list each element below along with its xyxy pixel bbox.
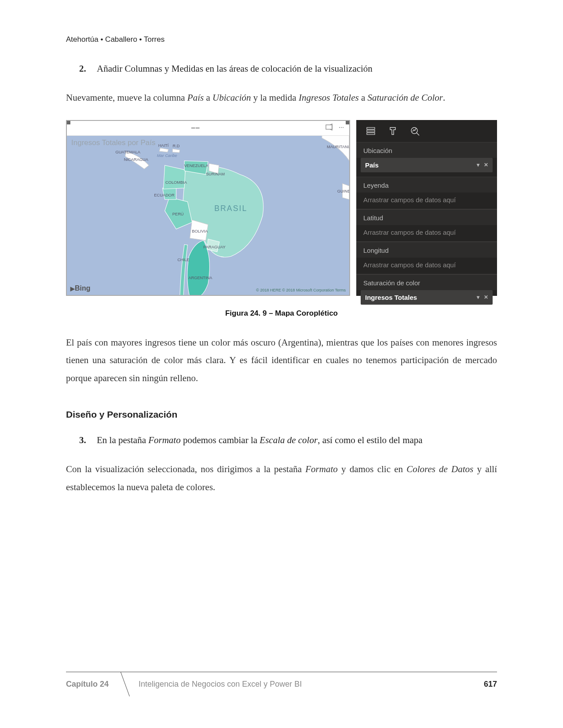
label-ecuador: ECUADOR (154, 193, 175, 197)
well-label-longitud: Longitud (356, 242, 497, 258)
resize-handle-tr[interactable] (346, 120, 350, 124)
label-peru: PERÚ (172, 212, 184, 216)
footer-page-number: 617 (484, 680, 497, 689)
text: Nuevamente, mueve la columna (66, 92, 187, 103)
label-surinam: SURINAM (206, 171, 225, 176)
step-text: En la pestaña Formato podemos cambiar la… (97, 433, 423, 448)
label-brasil: BRASIL (214, 204, 247, 212)
header-authors: Atehortúa • Caballero • Torres (66, 35, 497, 44)
ui-tab-formato: Formato (305, 464, 338, 474)
label-guatemala: GUATEMALA (115, 150, 140, 154)
drop-placeholder-longitud[interactable]: Arrastrar campos de datos aquí (356, 258, 497, 274)
text: a (206, 92, 212, 103)
well-label-latitud: Latitud (356, 209, 497, 225)
well-label-leyenda: Leyenda (356, 177, 497, 193)
step-number: 3. (79, 433, 90, 448)
bing-logo: ▶Bing (70, 284, 91, 292)
powerbi-field-wells-panel: Ubicación País ▾ ✕ Leyenda Arrastrar cam… (356, 120, 497, 296)
label-venezuela: VENEZUELA (184, 164, 208, 168)
page: Atehortúa • Caballero • Torres 2. Añadir… (0, 0, 563, 728)
resize-handle-tl[interactable] (66, 120, 70, 124)
label-argentina: ARGENTINA (188, 275, 212, 280)
ui-escala-color: Escala de color (260, 435, 318, 445)
text: a (361, 92, 368, 103)
step-text: Añadir Columnas y Medidas en las áreas d… (97, 62, 373, 76)
label-colombia: COLOMBIA (165, 180, 187, 184)
drop-placeholder-latitud[interactable]: Arrastrar campos de datos aquí (356, 225, 497, 242)
footer-chapter: Capítulo 24 (66, 672, 121, 696)
chevron-down-icon[interactable]: ▾ (477, 162, 479, 168)
label-paraguay: PARAGUAY (203, 244, 225, 249)
label-chile: CHILE (177, 257, 189, 262)
field-saturacion: Saturación de Color (367, 92, 443, 103)
panel-tabs (356, 123, 497, 142)
figure-caption: Figura 24. 9 – Mapa Coroplético (66, 309, 497, 318)
focus-mode-icon[interactable] (325, 124, 333, 132)
drag-handle[interactable]: ━━ (72, 124, 319, 132)
field-pais: País (187, 92, 204, 103)
label-nicaragua: NICARAGUA (124, 157, 149, 161)
text: podemos cambiar la (183, 435, 260, 445)
step-2: 2. Añadir Columnas y Medidas en las área… (79, 62, 497, 76)
text: Con la visualización seleccionada, nos d… (66, 464, 305, 474)
label-mauritania: MAURITANIA (327, 144, 349, 149)
chevron-down-icon[interactable]: ▾ (477, 294, 479, 300)
page-footer: Capítulo 24 Inteligencia de Negocios con… (66, 672, 497, 696)
label-haiti: HAITÍ (158, 143, 169, 147)
paragraph-2: El país con mayores ingresos tiene un co… (66, 334, 497, 388)
remove-field-icon[interactable]: ✕ (484, 162, 488, 168)
visual-header: ━━ ··· (67, 121, 349, 136)
paragraph-1: Nuevamente, mueve la columna País a Ubic… (66, 89, 497, 107)
well-label-ubicacion: Ubicación (356, 142, 497, 158)
text: y la medida (253, 92, 299, 103)
map-canvas[interactable]: BRASIL VENEZUELA COLOMBIA ECUADOR PERÚ B… (67, 136, 349, 295)
pill-label: País (365, 161, 379, 169)
label-guinea: GUINEA (337, 189, 349, 193)
remove-field-icon[interactable]: ✕ (484, 294, 488, 300)
text: . (443, 92, 445, 103)
section-heading: Diseño y Personalización (66, 409, 497, 420)
map-attribution: © 2018 HERE © 2018 Microsoft Corporation… (256, 288, 346, 292)
field-ingresos: Ingresos Totales (299, 92, 359, 103)
ui-tab-formato: Formato (148, 435, 181, 445)
analytics-tab-icon[interactable] (410, 126, 420, 136)
text: , así como el estilo del mapa (318, 435, 423, 445)
text: y damos clic en (341, 464, 406, 474)
visual-title: Ingresos Totales por País (71, 138, 156, 147)
svg-rect-2 (367, 127, 375, 129)
paragraph-3: Con la visualización seleccionada, nos d… (66, 460, 497, 496)
svg-rect-4 (367, 133, 375, 135)
powerbi-figure: ━━ ··· (66, 120, 497, 296)
well-label-saturacion: Saturación de color (356, 274, 497, 290)
ui-colores-datos: Colores de Datos (406, 464, 473, 474)
powerbi-map-visual[interactable]: ━━ ··· (66, 120, 350, 296)
more-options-icon[interactable]: ··· (339, 124, 344, 132)
format-tab-icon[interactable] (388, 126, 398, 136)
footer-book-title: Inteligencia de Negocios con Excel y Pow… (121, 680, 484, 689)
svg-rect-0 (326, 125, 332, 129)
label-bolivia: BOLIVIA (192, 229, 208, 233)
label-rd: R.D (173, 143, 180, 148)
field-ubicacion: Ubicación (212, 92, 251, 103)
field-pill-pais[interactable]: País ▾ ✕ (361, 158, 493, 172)
svg-rect-3 (367, 130, 375, 132)
svg-line-6 (417, 133, 419, 135)
text: En la pestaña (97, 435, 148, 445)
fields-tab-icon[interactable] (366, 126, 376, 136)
step-number: 2. (79, 62, 90, 76)
pill-label: Ingresos Totales (365, 294, 417, 301)
drop-placeholder-leyenda[interactable]: Arrastrar campos de datos aquí (356, 193, 497, 209)
field-pill-ingresos[interactable]: Ingresos Totales ▾ ✕ (361, 290, 493, 305)
label-mar-caribe: Mar Caribe (157, 153, 177, 158)
svg-point-5 (411, 127, 417, 134)
step-3: 3. En la pestaña Formato podemos cambiar… (79, 433, 497, 448)
